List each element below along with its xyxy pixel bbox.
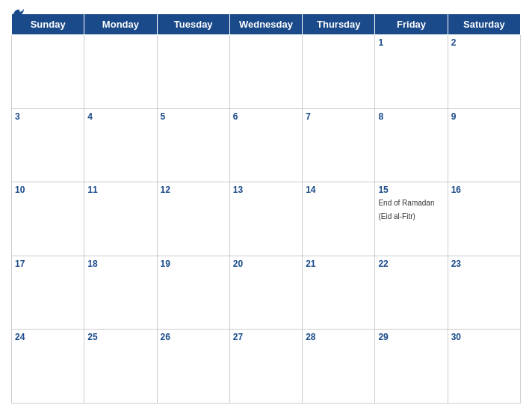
day-number: 11 bbox=[87, 185, 153, 195]
calendar-cell: 1 bbox=[375, 35, 448, 109]
calendar-cell: 11 bbox=[84, 182, 157, 256]
weekday-header-friday: Friday bbox=[375, 14, 448, 35]
day-number: 9 bbox=[451, 111, 517, 122]
calendar-cell: 6 bbox=[229, 108, 302, 182]
calendar-cell: 26 bbox=[157, 330, 229, 404]
day-number: 4 bbox=[87, 111, 153, 122]
calendar-cell: 20 bbox=[229, 256, 302, 330]
day-number: 3 bbox=[15, 111, 81, 122]
week-row-1: 3456789 bbox=[12, 108, 521, 182]
calendar-container: SundayMondayTuesdayWednesdayThursdayFrid… bbox=[0, 0, 532, 411]
calendar-cell: 3 bbox=[12, 108, 84, 182]
calendar-cell bbox=[12, 35, 84, 109]
calendar-cell: 23 bbox=[448, 256, 520, 330]
calendar-cell bbox=[157, 35, 229, 109]
day-number: 6 bbox=[233, 111, 299, 122]
weekday-header-saturday: Saturday bbox=[448, 14, 520, 35]
calendar-cell: 7 bbox=[303, 108, 375, 182]
weekday-header-wednesday: Wednesday bbox=[229, 14, 302, 35]
calendar-cell: 13 bbox=[229, 182, 302, 256]
calendar-cell: 27 bbox=[229, 330, 302, 404]
calendar-cell: 8 bbox=[375, 108, 448, 182]
calendar-cell: 25 bbox=[84, 330, 157, 404]
calendar-cell: 14 bbox=[303, 182, 375, 256]
day-number: 8 bbox=[378, 111, 444, 122]
calendar-cell: 4 bbox=[84, 108, 157, 182]
calendar-cell: 9 bbox=[448, 108, 520, 182]
calendar-cell: 21 bbox=[303, 256, 375, 330]
day-number: 14 bbox=[306, 185, 371, 195]
weekday-header-tuesday: Tuesday bbox=[157, 14, 229, 35]
logo bbox=[11, 7, 25, 18]
day-number: 26 bbox=[161, 332, 226, 342]
calendar-cell: 29 bbox=[375, 330, 448, 404]
calendar-cell: 30 bbox=[448, 330, 520, 404]
day-number: 21 bbox=[306, 259, 371, 269]
weekday-header-thursday: Thursday bbox=[303, 14, 375, 35]
calendar-cell: 10 bbox=[12, 182, 84, 256]
day-number: 27 bbox=[233, 332, 299, 342]
day-number: 23 bbox=[451, 259, 517, 269]
calendar-cell: 24 bbox=[12, 330, 84, 404]
calendar-cell bbox=[84, 35, 157, 109]
day-number: 20 bbox=[233, 259, 299, 269]
day-number: 25 bbox=[87, 332, 153, 342]
logo-blue bbox=[11, 7, 25, 18]
day-number: 18 bbox=[87, 259, 153, 269]
calendar-table: SundayMondayTuesdayWednesdayThursdayFrid… bbox=[11, 13, 521, 404]
day-number: 19 bbox=[161, 259, 226, 269]
day-number: 24 bbox=[15, 332, 81, 342]
calendar-cell: 15End of Ramadan (Eid al-Fitr) bbox=[375, 182, 448, 256]
week-row-0: 12 bbox=[12, 35, 521, 109]
calendar-cell bbox=[229, 35, 302, 109]
day-number: 28 bbox=[306, 332, 371, 342]
day-number: 16 bbox=[451, 185, 517, 195]
day-number: 10 bbox=[15, 185, 81, 195]
week-row-2: 101112131415End of Ramadan (Eid al-Fitr)… bbox=[12, 182, 521, 256]
day-number: 17 bbox=[15, 259, 81, 269]
calendar-cell: 17 bbox=[12, 256, 84, 330]
day-number: 7 bbox=[306, 111, 371, 122]
calendar-cell: 12 bbox=[157, 182, 229, 256]
calendar-cell: 28 bbox=[303, 330, 375, 404]
weekday-header-monday: Monday bbox=[84, 14, 157, 35]
calendar-cell: 16 bbox=[448, 182, 520, 256]
week-row-4: 24252627282930 bbox=[12, 330, 521, 404]
calendar-cell bbox=[303, 35, 375, 109]
day-number: 30 bbox=[451, 332, 517, 342]
day-number: 29 bbox=[378, 332, 444, 342]
day-number: 22 bbox=[378, 259, 444, 269]
calendar-cell: 18 bbox=[84, 256, 157, 330]
event-text: End of Ramadan (Eid al-Fitr) bbox=[378, 199, 434, 220]
day-number: 15 bbox=[378, 185, 444, 195]
day-number: 2 bbox=[451, 37, 517, 48]
calendar-cell: 19 bbox=[157, 256, 229, 330]
weekday-header-row: SundayMondayTuesdayWednesdayThursdayFrid… bbox=[12, 14, 521, 35]
calendar-cell: 2 bbox=[448, 35, 520, 109]
week-row-3: 17181920212223 bbox=[12, 256, 521, 330]
day-number: 13 bbox=[233, 185, 299, 195]
day-number: 1 bbox=[378, 37, 444, 48]
day-number: 5 bbox=[161, 111, 226, 122]
day-number: 12 bbox=[161, 185, 226, 195]
calendar-cell: 5 bbox=[157, 108, 229, 182]
logo-bird-icon bbox=[13, 7, 25, 18]
calendar-cell: 22 bbox=[375, 256, 448, 330]
